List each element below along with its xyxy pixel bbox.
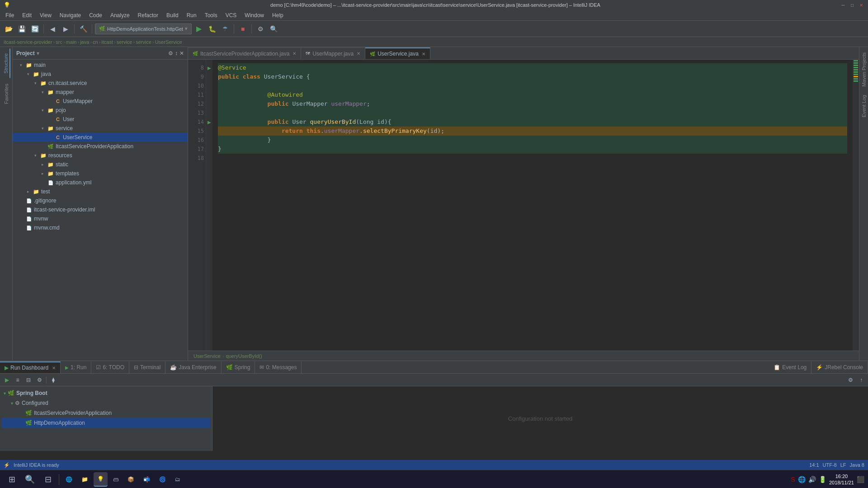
code-content[interactable]: @Service public class UserService { @Aut… xyxy=(212,60,853,351)
bc-userservice[interactable]: UserService xyxy=(155,39,182,45)
tree-item-resources[interactable]: ▾ 📁 resources xyxy=(13,151,188,160)
status-method[interactable]: queryUserById() xyxy=(226,353,262,359)
tab-close-userservice[interactable]: ✕ xyxy=(422,52,425,56)
menu-item-view[interactable]: View xyxy=(36,11,55,19)
taskbar-intellij[interactable]: 💡 xyxy=(94,472,108,487)
tree-item-iml[interactable]: 📄 itcast-service-provider.iml xyxy=(13,205,188,214)
bc-itcast[interactable]: itcast xyxy=(101,39,113,45)
tree-item-gitignore[interactable]: 📄 .gitignore xyxy=(13,196,188,205)
tree-item-cn-itcast-service[interactable]: ▾ 📁 cn.itcast.service xyxy=(13,79,188,88)
tree-item-test[interactable]: ▸ 📁 test xyxy=(13,187,188,196)
event-log-tab[interactable]: Event Log xyxy=(860,91,868,121)
toolbar-forward-btn[interactable]: ▶ xyxy=(60,23,71,35)
tab-event-log[interactable]: 📋 Event Log xyxy=(769,361,811,373)
favorites-tab[interactable]: Favorites xyxy=(3,79,10,108)
tree-item-mvnw-cmd[interactable]: 📄 mvnw.cmd xyxy=(13,223,188,232)
structure-tab[interactable]: Structure xyxy=(2,49,10,78)
tab-usermapper[interactable]: 🗺 UserMapper.java ✕ xyxy=(301,47,365,59)
project-dropdown-arrow[interactable]: ▾ xyxy=(37,50,39,56)
start-button[interactable]: ⊞ xyxy=(4,471,20,488)
menu-item-refactor[interactable]: Refactor xyxy=(134,11,162,19)
bc-main[interactable]: main xyxy=(66,39,77,45)
tab-java-enterprise[interactable]: ☕ Java Enterprise xyxy=(165,361,221,373)
debug-button[interactable]: 🐛 xyxy=(206,23,218,35)
code-editor[interactable]: 8 9 10 11 12 13 14 15 16 17 18 ▶ ▶ xyxy=(188,60,859,351)
close-button[interactable]: ✕ xyxy=(858,2,864,8)
tray-notification[interactable]: ⬛ xyxy=(857,476,864,483)
tray-volume[interactable]: 🔊 xyxy=(808,476,816,483)
run-tree-configured[interactable]: ▾ ⚙ Configured xyxy=(2,398,210,408)
run-settings-btn[interactable]: ⚙ xyxy=(34,375,44,385)
tray-network[interactable]: 🌐 xyxy=(798,476,806,483)
menu-item-navigate[interactable]: Navigate xyxy=(56,11,85,19)
menu-item-code[interactable]: Code xyxy=(85,11,106,19)
tree-item-usermapper[interactable]: C UserMapper xyxy=(13,97,188,106)
bc-cn[interactable]: cn xyxy=(93,39,98,45)
tab-jrebel[interactable]: ⚡ JRebel Console xyxy=(811,361,868,373)
menu-item-tools[interactable]: Tools xyxy=(201,11,221,19)
menu-item-analyze[interactable]: Analyze xyxy=(107,11,133,19)
project-sync-icon[interactable]: ↕ xyxy=(175,50,178,56)
taskbar-edge[interactable]: 🌐 xyxy=(62,472,76,487)
tab-itcast-app[interactable]: 🌿 ItcastServiceProviderApplication.java … xyxy=(188,47,301,59)
tree-item-java[interactable]: ▾ 📁 java xyxy=(13,70,188,79)
run-tree-http-demo[interactable]: 🌿 HttpDemoApplication xyxy=(2,418,210,428)
tab-close-usermapper[interactable]: ✕ xyxy=(357,51,360,56)
run-play-btn[interactable]: ▶ xyxy=(2,375,12,385)
maximize-button[interactable]: □ xyxy=(849,2,855,8)
taskbar-explorer[interactable]: 📁 xyxy=(78,472,92,487)
bc-root[interactable]: itcast-service-provider xyxy=(4,39,52,45)
tab-terminal[interactable]: ⊟ Terminal xyxy=(129,361,165,373)
tab-messages[interactable]: ✉ 0: Messages xyxy=(255,361,302,373)
tab-close-itcast[interactable]: ✕ xyxy=(292,51,296,56)
tree-item-mvnw[interactable]: 📄 mvnw xyxy=(13,214,188,223)
run-config-btn[interactable]: ⚙ xyxy=(845,375,855,385)
status-userservice[interactable]: UserService xyxy=(193,353,221,359)
tab-run[interactable]: ▶ 1: Run xyxy=(61,361,91,373)
toolbar-search-btn[interactable]: 🔍 xyxy=(268,23,279,35)
menu-item-run[interactable]: Run xyxy=(183,11,200,19)
taskbar-app2[interactable]: 📦 xyxy=(124,472,138,487)
stop-button[interactable]: ■ xyxy=(237,23,249,35)
run-expand-btn[interactable]: ↑ xyxy=(856,375,866,385)
menu-item-vcs[interactable]: VCS xyxy=(222,11,241,19)
run-tree-springboot[interactable]: ▾ 🌿 Spring Boot xyxy=(2,388,210,398)
tray-battery[interactable]: 🔋 xyxy=(819,476,826,483)
tab-todo[interactable]: ☑ 6: TODO xyxy=(91,361,129,373)
project-close-icon[interactable]: ✕ xyxy=(179,50,184,56)
taskbar-datagrip[interactable]: 🗃 xyxy=(109,472,122,487)
maven-projects-tab[interactable]: Maven Projects xyxy=(860,49,868,90)
tree-item-main[interactable]: ▾ 📁 main xyxy=(13,61,188,70)
taskbar-app4[interactable]: 🗂 xyxy=(171,472,184,487)
run-filter-btn[interactable]: ⊟ xyxy=(24,375,33,385)
tree-item-pojo[interactable]: ▾ 📁 pojo xyxy=(13,106,188,115)
menu-item-file[interactable]: File xyxy=(2,11,18,19)
bc-java[interactable]: java xyxy=(80,39,89,45)
coverage-button[interactable]: ☂ xyxy=(219,23,231,35)
menu-item-window[interactable]: Window xyxy=(241,11,268,19)
run-config-dropdown[interactable]: 🌿 HttpDemoApplicationTests.httpGet ▾ xyxy=(95,23,192,34)
taskbar-app3[interactable]: 📬 xyxy=(140,472,154,487)
menu-item-help[interactable]: Help xyxy=(269,11,287,19)
run-tree-itcast-app[interactable]: 🌿 ItcastServiceProviderApplication xyxy=(2,408,210,418)
run-button[interactable]: ▶ xyxy=(193,23,205,35)
tab-run-dashboard[interactable]: ▶ Run Dashboard ✕ xyxy=(0,361,61,373)
taskbar-chrome[interactable]: 🌀 xyxy=(156,472,170,487)
toolbar-back-btn[interactable]: ◀ xyxy=(47,23,58,35)
tree-item-app[interactable]: 🌿 ItcastServiceProviderApplication xyxy=(13,142,188,151)
tree-item-static[interactable]: ▸ 📁 static xyxy=(13,160,188,169)
tab-userservice[interactable]: 🌿 UserService.java ✕ xyxy=(365,47,430,59)
menu-item-build[interactable]: Build xyxy=(163,11,182,19)
toolbar-sync-btn[interactable]: 🔄 xyxy=(29,23,41,35)
bc-src[interactable]: src xyxy=(56,39,62,45)
tree-item-mapper[interactable]: ▾ 📁 mapper xyxy=(13,88,188,97)
minimize-button[interactable]: ─ xyxy=(840,2,846,8)
tab-spring[interactable]: 🌿 Spring xyxy=(222,361,255,373)
tray-scala[interactable]: S xyxy=(791,476,795,483)
toolbar-save-btn[interactable]: 💾 xyxy=(16,23,28,35)
bc-service2[interactable]: service xyxy=(136,39,151,45)
run-filter2-btn[interactable]: ⧫ xyxy=(48,375,58,385)
taskbar-time[interactable]: 16:20 2018/11/21 xyxy=(829,473,854,486)
tree-item-templates[interactable]: ▸ 📁 templates xyxy=(13,169,188,178)
task-view-button[interactable]: ⊟ xyxy=(40,471,56,488)
